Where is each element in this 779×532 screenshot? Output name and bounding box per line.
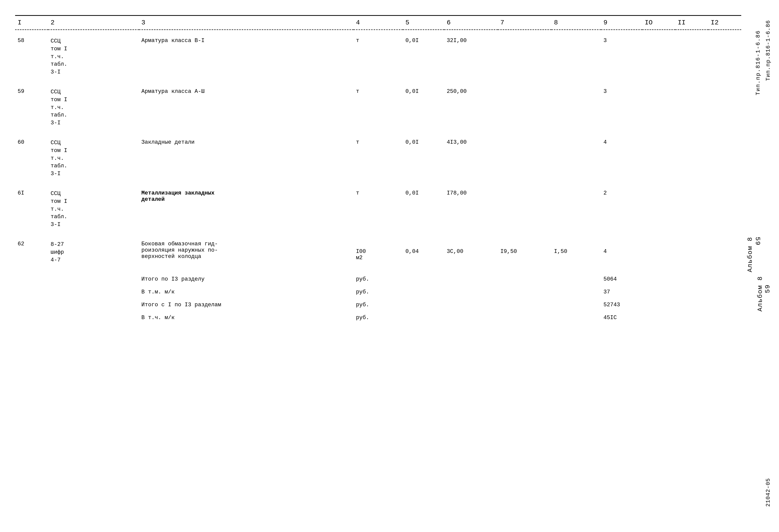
summary-col6 xyxy=(444,310,498,322)
header-row: I 2 3 4 5 6 7 8 9 IO II I2 xyxy=(15,16,741,30)
summary-unit: руб. xyxy=(354,266,403,284)
col-header-2: 2 xyxy=(48,16,139,30)
row-col7 xyxy=(498,30,551,78)
summary-col7 xyxy=(498,266,551,284)
row-col12 xyxy=(708,231,741,266)
summary-label: В т.м. м/к xyxy=(139,284,354,297)
row-col11 xyxy=(675,180,708,231)
row-col11 xyxy=(675,231,708,266)
right-label-docnum: 21042-05 xyxy=(765,478,771,507)
col-header-8: 8 xyxy=(551,16,601,30)
row-col9: 4 xyxy=(601,231,642,266)
summary-col5 xyxy=(403,310,444,322)
row-col9: 4 xyxy=(601,129,642,180)
row-col6: 250,00 xyxy=(444,78,498,129)
table-row: 6I ССЦтом Iт.ч.табл.3-I Металлизация зак… xyxy=(15,180,741,231)
right-label-mid: Альбом 8 59 xyxy=(756,266,771,312)
album-label-mid: Альбом 8 xyxy=(756,276,764,312)
summary-col7 xyxy=(498,284,551,297)
page-number: 59 xyxy=(764,266,771,312)
summary-row-1: Итого по I3 разделу руб. 5064 xyxy=(15,266,741,284)
summary-num xyxy=(15,310,48,322)
row-col7 xyxy=(498,129,551,180)
col-header-11: II xyxy=(675,16,708,30)
row-col12 xyxy=(708,78,741,129)
row-col12 xyxy=(708,129,741,180)
row-name: Арматура класса В-I xyxy=(139,30,354,78)
summary-ref xyxy=(48,310,139,322)
summary-col5 xyxy=(403,297,444,310)
row-col11 xyxy=(675,78,708,129)
row-num: 60 xyxy=(15,129,48,180)
row-col8: I,50 xyxy=(551,231,601,266)
col-header-7: 7 xyxy=(498,16,551,30)
row-ref: ССЦтом Iт.ч.табл.3-I xyxy=(48,129,139,180)
row-col7 xyxy=(498,78,551,129)
row-unit: т xyxy=(354,180,403,231)
row-col8 xyxy=(551,30,601,78)
summary-col12 xyxy=(708,284,741,297)
summary-col6 xyxy=(444,297,498,310)
summary-col12 xyxy=(708,266,741,284)
row-col9: 3 xyxy=(601,30,642,78)
page-container: Тип.пр.816-1-6.86 Альбом 8 59 I 2 3 4 xyxy=(15,15,764,322)
table-row: 59 ССЦтом Iт.ч.табл.3-I Арматура класса … xyxy=(15,78,741,129)
row-name: Закладные детали xyxy=(139,129,354,180)
summary-col9: 5064 xyxy=(601,266,642,284)
summary-unit: руб. xyxy=(354,310,403,322)
row-col10 xyxy=(642,231,675,266)
summary-label: В т.ч. м/к xyxy=(139,310,354,322)
row-col6: 4I3,00 xyxy=(444,129,498,180)
summary-num xyxy=(15,266,48,284)
summary-ref xyxy=(48,297,139,310)
summary-row-4: В т.ч. м/к руб. 45IC xyxy=(15,310,741,322)
summary-col6 xyxy=(444,284,498,297)
row-unit: т xyxy=(354,129,403,180)
summary-col11 xyxy=(675,310,708,322)
summary-col8 xyxy=(551,266,601,284)
row-col12 xyxy=(708,30,741,78)
row-ref: ССЦтом Iт.ч.табл.3-I xyxy=(48,78,139,129)
row-col5: 0,0I xyxy=(403,180,444,231)
page-num: 59 xyxy=(754,237,761,265)
table-row: 58 ССЦтом Iт.ч.табл.3-I Арматура класса … xyxy=(15,30,741,78)
row-col7: I9,50 xyxy=(498,231,551,266)
summary-col11 xyxy=(675,266,708,284)
summary-col5 xyxy=(403,284,444,297)
row-name: Арматура класса А-Ш xyxy=(139,78,354,129)
summary-col8 xyxy=(551,297,601,310)
summary-col12 xyxy=(708,310,741,322)
row-unit: т xyxy=(354,30,403,78)
side-label-top: Тип.пр.816-1-6.86 xyxy=(755,30,761,95)
row-ref: ССЦтом Iт.ч.табл.3-I xyxy=(48,30,139,78)
row-col12 xyxy=(708,180,741,231)
summary-num xyxy=(15,297,48,310)
summary-col9: 52743 xyxy=(601,297,642,310)
row-col5: 0,0I xyxy=(403,129,444,180)
col-header-6: 6 xyxy=(444,16,498,30)
table-row: 60 ССЦтом Iт.ч.табл.3-I Закладные детали… xyxy=(15,129,741,180)
row-name: Боковая обмазочная гид-роизоляция наружн… xyxy=(139,231,354,266)
summary-col5 xyxy=(403,266,444,284)
row-col10 xyxy=(642,78,675,129)
row-num: 59 xyxy=(15,78,48,129)
summary-row-2: В т.м. м/к руб. 37 xyxy=(15,284,741,297)
summary-col12 xyxy=(708,297,741,310)
col-header-5: 5 xyxy=(403,16,444,30)
summary-label: Итого с I по I3 разделам xyxy=(139,297,354,310)
row-col5: 0,04 xyxy=(403,231,444,266)
row-col8 xyxy=(551,78,601,129)
summary-col8 xyxy=(551,284,601,297)
summary-col9: 45IC xyxy=(601,310,642,322)
summary-col6 xyxy=(444,266,498,284)
main-table: I 2 3 4 5 6 7 8 9 IO II I2 58 ССЦтом Iт.… xyxy=(15,15,741,322)
row-col5: 0,0I xyxy=(403,78,444,129)
row-num: 62 xyxy=(15,231,48,266)
col-header-9: 9 xyxy=(601,16,642,30)
row-col8 xyxy=(551,129,601,180)
col-header-4: 4 xyxy=(354,16,403,30)
row-col6: 3С,00 xyxy=(444,231,498,266)
row-col10 xyxy=(642,30,675,78)
summary-row-3: Итого с I по I3 разделам руб. 52743 xyxy=(15,297,741,310)
row-col6: I78,00 xyxy=(444,180,498,231)
